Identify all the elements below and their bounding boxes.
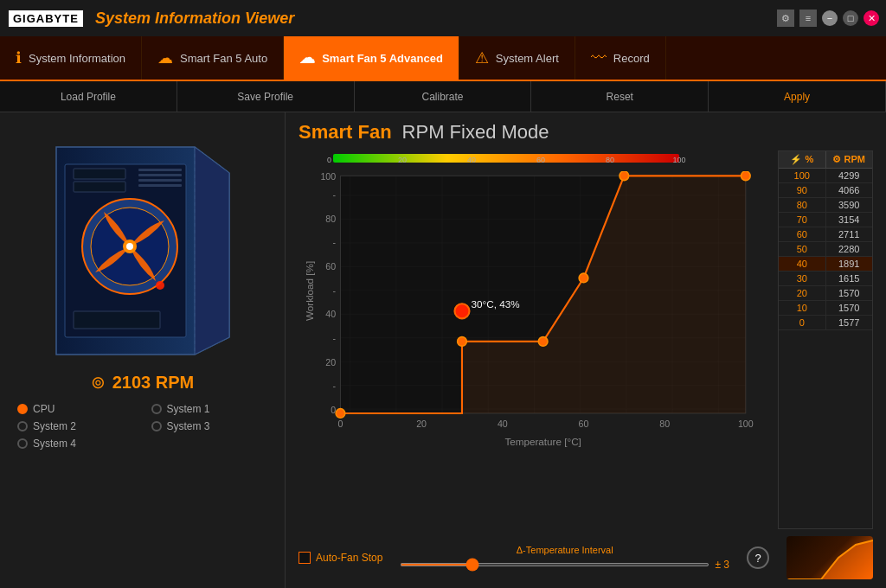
svg-rect-8 <box>74 169 125 179</box>
rpm-table-body: 100 4299 90 4066 80 3590 70 3154 60 2711… <box>779 169 872 330</box>
rpm-row[interactable]: 90 4066 <box>779 183 872 198</box>
svg-text:-: - <box>333 237 337 247</box>
svg-text:0: 0 <box>327 156 331 164</box>
rpm-row-pct: 10 <box>779 301 826 315</box>
svg-rect-12 <box>138 179 182 182</box>
rpm-row[interactable]: 40 1891 <box>779 257 872 272</box>
svg-text:60: 60 <box>325 261 336 272</box>
rpm-row-pct: 90 <box>779 183 826 197</box>
minimize-button[interactable]: − <box>822 10 838 26</box>
svg-text:100: 100 <box>320 171 336 182</box>
nav-system-alert[interactable]: ⚠ System Alert <box>459 36 575 80</box>
svg-text:40: 40 <box>498 419 508 429</box>
rpm-table-header: ⚡ % ⚙ RPM <box>779 151 872 169</box>
auto-fan-stop-control[interactable]: Auto-Fan Stop <box>299 552 382 564</box>
svg-point-49 <box>620 171 629 181</box>
rpm-row[interactable]: 10 1570 <box>779 301 872 316</box>
fan-dot-system3 <box>151 421 162 431</box>
help-button[interactable]: ? <box>747 546 769 569</box>
svg-point-50 <box>742 171 751 181</box>
svg-text:0: 0 <box>337 419 343 429</box>
delta-value: ± 3 <box>715 559 729 571</box>
rpm-table-rpm-header: ⚙ RPM <box>826 151 873 168</box>
fan-dot-system1 <box>151 404 162 414</box>
svg-text:100: 100 <box>738 419 754 429</box>
delta-temp-slider[interactable] <box>400 563 709 566</box>
rpm-row[interactable]: 70 3154 <box>779 213 872 227</box>
rpm-table-pct-header: ⚡ % <box>779 151 826 168</box>
svg-text:-: - <box>333 333 337 343</box>
rpm-row-pct: 50 <box>779 242 826 256</box>
rpm-row[interactable]: 100 4299 <box>779 169 872 183</box>
fan-item-system2[interactable]: System 2 <box>17 420 134 432</box>
rpm-row-rpm: 3154 <box>826 213 873 227</box>
rpm-row-rpm: 1570 <box>826 301 873 315</box>
fan-label-system1: System 1 <box>167 403 210 415</box>
rpm-row-pct: 70 <box>779 213 826 227</box>
nav-smart-fan-advanced[interactable]: ☁ Smart Fan 5 Advanced <box>284 36 459 80</box>
fan-item-system1[interactable]: System 1 <box>151 403 268 415</box>
toolbar: Load Profile Save Profile Calibrate Rese… <box>0 81 886 112</box>
rpm-row[interactable]: 0 1577 <box>779 316 872 330</box>
svg-text:80: 80 <box>659 419 670 429</box>
maximize-button[interactable]: □ <box>843 10 858 26</box>
svg-point-48 <box>579 273 588 283</box>
fan-item-cpu[interactable]: CPU <box>17 403 134 415</box>
svg-point-47 <box>538 337 548 347</box>
auto-fan-stop-checkbox[interactable] <box>299 552 311 564</box>
rpm-row[interactable]: 80 3590 <box>779 198 872 213</box>
smart-fan-label: Smart Fan <box>299 121 392 144</box>
fan-dot-system2 <box>17 421 28 431</box>
slider-row: ± 3 <box>400 559 729 571</box>
close-button[interactable]: ✕ <box>864 10 879 26</box>
system-info-icon: ℹ <box>16 48 22 67</box>
rpm-row-rpm: 2711 <box>826 227 873 241</box>
logo-text: GIGABYTE <box>9 10 83 27</box>
svg-point-45 <box>336 409 345 419</box>
mini-chart-preview <box>786 536 873 579</box>
rpm-row[interactable]: 30 1615 <box>779 272 872 286</box>
fan-label-system3: System 3 <box>167 420 210 432</box>
svg-text:-: - <box>333 285 337 296</box>
rpm-row[interactable]: 20 1570 <box>779 286 872 301</box>
settings-button[interactable]: ⚙ <box>777 10 794 27</box>
svg-text:40: 40 <box>467 156 476 164</box>
menu-button[interactable]: ≡ <box>799 10 817 27</box>
rpm-row-pct: 30 <box>779 272 826 285</box>
title-bar: GIGABYTE System Information Viewer ⚙ ≡ −… <box>0 0 886 36</box>
nav-system-info[interactable]: ℹ System Information <box>0 36 142 80</box>
load-profile-button[interactable]: Load Profile <box>0 81 177 112</box>
rpm-row[interactable]: 50 2280 <box>779 242 872 257</box>
nav-smart-fan-auto[interactable]: ☁ Smart Fan 5 Auto <box>142 36 284 80</box>
system-alert-icon: ⚠ <box>475 48 489 67</box>
svg-text:60: 60 <box>579 419 589 429</box>
rpm-row-pct: 0 <box>779 316 826 329</box>
svg-rect-9 <box>74 182 125 192</box>
svg-text:Workload [%]: Workload [%] <box>304 261 315 321</box>
fan-item-system3[interactable]: System 3 <box>151 420 268 432</box>
nav-record[interactable]: 〰 Record <box>575 36 666 80</box>
chart-container: 0 20 40 60 80 100 <box>299 150 873 529</box>
fan-label-cpu: CPU <box>33 403 55 415</box>
svg-marker-53 <box>786 540 873 579</box>
rpm-row-pct: 80 <box>779 198 826 212</box>
calibrate-button[interactable]: Calibrate <box>355 81 532 112</box>
record-icon: 〰 <box>591 49 607 67</box>
svg-text:-: - <box>333 189 337 200</box>
rpm-icon: ⊚ <box>91 372 106 393</box>
svg-text:Temperature [°C]: Temperature [°C] <box>504 436 581 447</box>
rpm-display: ⊚ 2103 RPM <box>91 372 195 393</box>
gigabyte-logo: GIGABYTE System Information Viewer <box>9 10 294 28</box>
svg-text:80: 80 <box>606 156 614 164</box>
reset-button[interactable]: Reset <box>531 81 709 112</box>
fan-dot-cpu <box>17 404 28 414</box>
window-controls: ⚙ ≡ − □ ✕ <box>777 10 879 27</box>
apply-button[interactable]: Apply <box>709 81 886 112</box>
smart-fan-auto-icon: ☁ <box>157 48 173 67</box>
fan-item-system4[interactable]: System 4 <box>17 438 134 450</box>
save-profile-button[interactable]: Save Profile <box>177 81 355 112</box>
color-gradient-bar: 0 20 40 60 80 100 <box>299 150 769 166</box>
svg-text:20: 20 <box>398 156 407 164</box>
fan-curve-chart[interactable]: 0 - 20 - 40 - 60 - 80 - 100 0 20 40 60 <box>299 171 769 457</box>
rpm-row[interactable]: 60 2711 <box>779 227 872 242</box>
